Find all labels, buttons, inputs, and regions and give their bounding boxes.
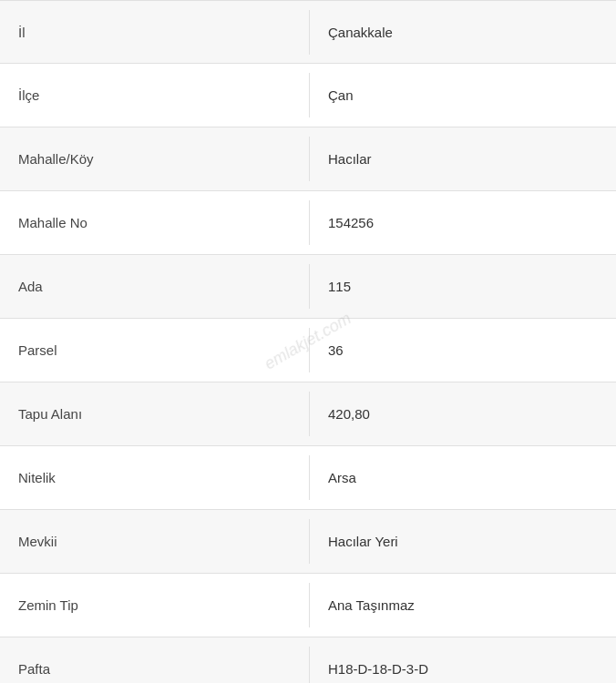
cell-value: 115: [310, 264, 616, 309]
cell-value: H18-D-18-D-3-D: [310, 647, 616, 683]
table-row: Zemin TipAna Taşınmaz: [0, 574, 616, 637]
table-row: Ada115: [0, 255, 616, 319]
cell-value: Ana Taşınmaz: [310, 583, 616, 627]
table-row: NitelikArsa: [0, 446, 616, 510]
cell-label: Mahalle/Köy: [0, 137, 310, 181]
cell-label: Zemin Tip: [0, 583, 310, 627]
cell-label: Parsel: [0, 328, 310, 372]
table-row: İlÇanakkale: [0, 0, 616, 64]
cell-label: Mevkii: [0, 519, 310, 564]
cell-label: İlçe: [0, 73, 310, 117]
cell-value: Hacılar: [310, 137, 616, 181]
table-row: Tapu Alanı420,80: [0, 382, 616, 446]
table-row: MevkiiHacılar Yeri: [0, 510, 616, 574]
cell-label: Pafta: [0, 647, 310, 683]
cell-label: Nitelik: [0, 455, 310, 500]
table-row: Mahalle/KöyHacılar: [0, 127, 616, 191]
cell-label: Tapu Alanı: [0, 392, 310, 436]
property-table: İlÇanakkaleİlçeÇanMahalle/KöyHacılarMaha…: [0, 0, 616, 683]
cell-label: Mahalle No: [0, 200, 310, 245]
cell-value: 420,80: [310, 392, 616, 436]
cell-value: Hacılar Yeri: [310, 519, 616, 564]
cell-label: İl: [0, 10, 310, 55]
cell-value: 36: [310, 328, 616, 372]
cell-value: Çan: [310, 73, 616, 117]
table-row: İlçeÇan: [0, 64, 616, 127]
cell-value: Arsa: [310, 455, 616, 500]
cell-value: Çanakkale: [310, 10, 616, 55]
cell-value: 154256: [310, 200, 616, 245]
table-row: PaftaH18-D-18-D-3-D: [0, 637, 616, 683]
table-row: Parsel36: [0, 319, 616, 382]
cell-label: Ada: [0, 264, 310, 309]
table-row: Mahalle No154256: [0, 191, 616, 255]
